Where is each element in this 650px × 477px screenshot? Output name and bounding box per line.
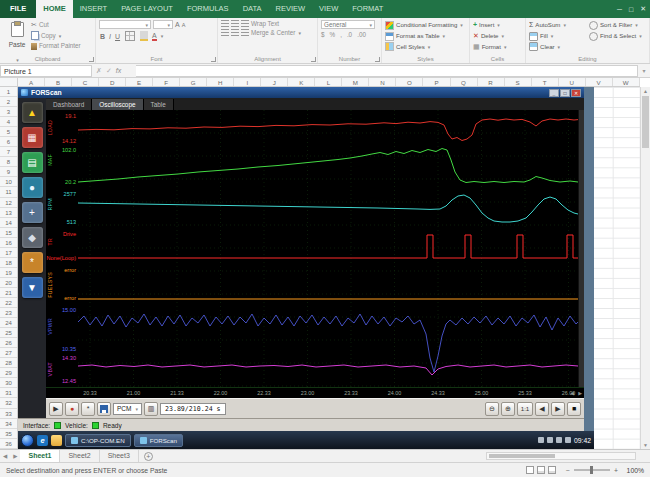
page-break-view-button[interactable] xyxy=(548,466,556,474)
column-header-R[interactable]: R xyxy=(478,78,505,86)
align-middle-button[interactable] xyxy=(231,20,239,27)
tray-icon[interactable] xyxy=(565,437,571,443)
ribbon-tab-insert[interactable]: INSERT xyxy=(73,0,114,18)
embedded-picture[interactable]: FORScan _ □ ✕ ▲▦▤●+◆*▼ DashboardOscillos… xyxy=(18,87,594,449)
row-header-22[interactable]: 22 xyxy=(0,298,17,308)
taskbar-button-forscan[interactable]: FORScan xyxy=(134,434,183,447)
forscan-maximize-button[interactable]: □ xyxy=(560,89,570,97)
font-size-combo[interactable]: ▾ xyxy=(153,20,173,29)
row-header-14[interactable]: 14 xyxy=(0,218,17,228)
scroll-down-icon[interactable]: ▼ xyxy=(641,441,650,449)
forscan-close-button[interactable]: ✕ xyxy=(571,89,581,97)
conditional-formatting-button[interactable]: Conditional Formatting▾ xyxy=(385,20,466,31)
sidebar-dtc-icon[interactable]: ◆ xyxy=(22,227,43,248)
row-header-19[interactable]: 19 xyxy=(0,268,17,278)
align-left-button[interactable] xyxy=(221,29,229,36)
horizontal-scrollbar-thumb[interactable] xyxy=(489,454,555,458)
row-header-21[interactable]: 21 xyxy=(0,288,17,298)
ribbon-tab-page-layout[interactable]: PAGE LAYOUT xyxy=(114,0,180,18)
row-header-10[interactable]: 10 xyxy=(0,177,17,187)
ribbon-tab-data[interactable]: DATA xyxy=(236,0,269,18)
fill-button[interactable]: Fill▾ xyxy=(529,31,585,42)
clipboard-dialog-launcher[interactable] xyxy=(89,57,94,62)
grow-font-button[interactable]: A xyxy=(175,21,180,28)
row-header-9[interactable]: 9 xyxy=(0,167,17,177)
ribbon-tab-file[interactable]: FILE xyxy=(0,0,36,18)
copy-button[interactable]: Copy▾ xyxy=(31,31,81,42)
cancel-formula-button[interactable]: ✗ xyxy=(96,67,102,75)
align-right-button[interactable] xyxy=(241,29,249,36)
pan-right-button[interactable]: ▶ xyxy=(551,402,565,416)
column-header-E[interactable]: E xyxy=(126,78,153,86)
column-header-K[interactable]: K xyxy=(288,78,315,86)
sidebar-settings-icon[interactable]: * xyxy=(22,252,43,273)
settings-button[interactable]: * xyxy=(81,402,95,416)
row-header-16[interactable]: 16 xyxy=(0,238,17,248)
column-header-H[interactable]: H xyxy=(207,78,234,86)
enter-formula-button[interactable]: ✓ xyxy=(106,67,112,75)
column-header-T[interactable]: T xyxy=(532,78,559,86)
column-header-B[interactable]: B xyxy=(45,78,72,86)
vertical-scrollbar[interactable]: ▲ ▼ xyxy=(640,87,650,449)
row-header-17[interactable]: 17 xyxy=(0,248,17,258)
column-header-G[interactable]: G xyxy=(180,78,207,86)
sidebar-update-icon[interactable]: ▼ xyxy=(22,277,43,298)
font-dialog-launcher[interactable] xyxy=(211,57,216,62)
scroll-up-icon[interactable]: ▲ xyxy=(641,87,650,95)
name-box[interactable]: Picture 1 xyxy=(0,65,92,77)
row-header-24[interactable]: 24 xyxy=(0,318,17,328)
forscan-tab-dashboard[interactable]: Dashboard xyxy=(46,99,92,110)
decrease-decimal-button[interactable]: .00 xyxy=(357,31,366,38)
forscan-title-bar[interactable]: FORScan _ □ ✕ xyxy=(18,87,584,98)
normal-view-button[interactable] xyxy=(526,466,534,474)
sidebar-service-icon[interactable]: + xyxy=(22,202,43,223)
column-header-V[interactable]: V xyxy=(586,78,613,86)
row-header-15[interactable]: 15 xyxy=(0,228,17,238)
zoom-slider-thumb[interactable] xyxy=(590,466,593,474)
font-name-combo[interactable]: ▾ xyxy=(99,20,151,29)
autosum-button[interactable]: ΣAutoSum▾ xyxy=(529,20,585,31)
row-header-5[interactable]: 5 xyxy=(0,127,17,137)
zoom-out-control[interactable]: − xyxy=(566,467,570,474)
row-header-27[interactable]: 27 xyxy=(0,348,17,358)
font-color-button[interactable]: A xyxy=(152,32,157,41)
explorer-folder-icon[interactable] xyxy=(51,435,62,446)
ribbon-tab-home[interactable]: HOME xyxy=(36,0,73,18)
ribbon-tab-formulas[interactable]: FORMULAS xyxy=(180,0,236,18)
row-header-1[interactable]: 1 xyxy=(0,87,17,97)
record-button[interactable]: ● xyxy=(65,402,79,416)
comma-format-button[interactable]: , xyxy=(340,31,342,38)
insert-cells-button[interactable]: +Insert▾ xyxy=(473,20,522,31)
taskbar-button-opcom[interactable]: C:\OP-COM.EN xyxy=(65,434,131,447)
accounting-format-button[interactable]: $ xyxy=(321,31,325,38)
column-header-L[interactable]: L xyxy=(315,78,342,86)
sheet-nav-left-icon[interactable]: ◀ xyxy=(0,453,10,459)
format-cells-button[interactable]: ▦Format▾ xyxy=(473,42,522,53)
row-header-8[interactable]: 8 xyxy=(0,157,17,167)
row-header-11[interactable]: 11 xyxy=(0,187,17,197)
column-header-N[interactable]: N xyxy=(369,78,396,86)
row-header-25[interactable]: 25 xyxy=(0,328,17,338)
tray-icon[interactable] xyxy=(547,437,553,443)
shrink-font-button[interactable]: A xyxy=(182,22,186,28)
row-header-35[interactable]: 35 xyxy=(0,429,17,439)
row-header-2[interactable]: 2 xyxy=(0,97,17,107)
sort-filter-button[interactable]: Sort & Filter▾ xyxy=(589,20,646,31)
row-header-6[interactable]: 6 xyxy=(0,137,17,147)
forscan-tab-oscilloscope[interactable]: Oscilloscope xyxy=(92,99,143,110)
sheet-tab-sheet3[interactable]: Sheet3 xyxy=(100,450,139,462)
wrap-text-button[interactable]: Wrap Text xyxy=(251,20,279,27)
borders-button[interactable] xyxy=(125,31,135,41)
row-header-26[interactable]: 26 xyxy=(0,338,17,348)
tray-icon[interactable] xyxy=(538,437,544,443)
row-header-23[interactable]: 23 xyxy=(0,308,17,318)
cut-button[interactable]: ✂Cut xyxy=(31,20,81,31)
column-header-P[interactable]: P xyxy=(423,78,450,86)
row-header-28[interactable]: 28 xyxy=(0,358,17,368)
row-header-7[interactable]: 7 xyxy=(0,147,17,157)
row-header-20[interactable]: 20 xyxy=(0,278,17,288)
select-all-corner[interactable] xyxy=(0,78,18,87)
increase-decimal-button[interactable]: .0 xyxy=(347,31,352,38)
row-header-4[interactable]: 4 xyxy=(0,117,17,127)
clear-button[interactable]: Clear▾ xyxy=(529,42,585,53)
